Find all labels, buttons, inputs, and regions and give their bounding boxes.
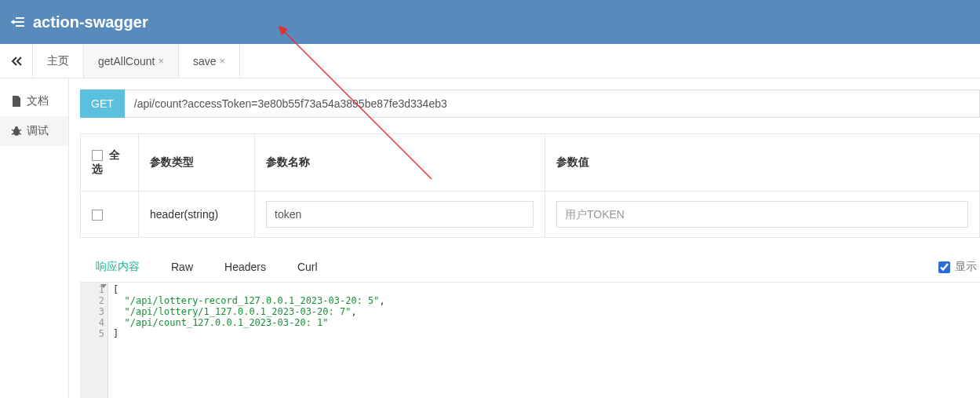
svg-line-5 [19, 130, 21, 131]
svg-line-7 [19, 133, 21, 134]
code-body[interactable]: [ "/api/lottery-record_127.0.0.1_2023-03… [108, 283, 980, 398]
sidebar-item-doc[interactable]: 文档 [0, 86, 68, 116]
response-tabs: 响应内容 Raw Headers Curl 显示 [80, 252, 980, 283]
tab-getallcount[interactable]: getAllCount × [84, 44, 179, 78]
response-tab-body[interactable]: 响应内容 [80, 252, 155, 282]
bug-icon [11, 126, 22, 137]
svg-point-8 [15, 126, 18, 130]
svg-line-6 [12, 133, 14, 134]
col-header-name: 参数名称 [255, 134, 545, 192]
tab-home[interactable]: 主页 [33, 44, 84, 78]
app-header: action-swagger [0, 0, 980, 44]
file-icon [11, 96, 22, 107]
sidebar-item-debug[interactable]: 调试 [0, 116, 68, 146]
fold-icon[interactable] [100, 284, 107, 288]
response-area: 响应内容 Raw Headers Curl 显示 1 2 3 4 5 [ [80, 252, 980, 398]
close-icon[interactable]: × [220, 55, 226, 67]
col-header-value: 参数值 [545, 134, 980, 192]
col-header-type: 参数类型 [139, 134, 255, 192]
show-checkbox[interactable] [938, 261, 950, 273]
sidebar-item-label: 调试 [27, 124, 49, 138]
response-code-viewer[interactable]: 1 2 3 4 5 [ "/api/lottery-record_127.0.0… [80, 283, 980, 398]
request-url-input[interactable] [125, 89, 980, 118]
line-gutter: 1 2 3 4 5 [80, 283, 108, 398]
tab-label: save [193, 55, 217, 68]
sidebar-item-label: 文档 [27, 94, 49, 108]
close-icon[interactable]: × [158, 55, 164, 67]
response-tab-raw[interactable]: Raw [155, 253, 209, 281]
checkbox-all[interactable] [92, 150, 103, 161]
response-tab-curl[interactable]: Curl [282, 253, 333, 281]
request-url-row: GET [80, 89, 980, 118]
main-content: GET 全选 参数类型 参数名称 参数值 header(string) [69, 79, 980, 398]
tab-label: 主页 [47, 54, 69, 68]
parameters-table: 全选 参数类型 参数名称 参数值 header(string) [80, 133, 980, 238]
tab-label: getAllCount [98, 55, 155, 68]
param-name-input[interactable] [266, 201, 534, 228]
http-method-badge: GET [80, 89, 125, 118]
show-label: 显示 [955, 260, 977, 274]
sidebar: 文档 调试 [0, 79, 69, 398]
menu-icon[interactable] [11, 15, 25, 29]
app-title: action-swagger [33, 13, 148, 31]
tab-save[interactable]: save × [179, 44, 240, 78]
tabs-collapse-button[interactable] [0, 44, 33, 78]
response-show-toggle[interactable]: 显示 [938, 260, 980, 274]
svg-line-4 [12, 130, 14, 131]
param-type-cell: header(string) [139, 192, 255, 238]
response-tab-headers[interactable]: Headers [209, 253, 282, 281]
col-header-select[interactable]: 全选 [81, 134, 139, 192]
table-row: header(string) [81, 192, 980, 238]
row-checkbox[interactable] [92, 210, 103, 221]
table-header-row: 全选 参数类型 参数名称 参数值 [81, 134, 980, 192]
param-value-input[interactable] [556, 201, 968, 228]
tab-bar: 主页 getAllCount × save × [0, 44, 980, 79]
